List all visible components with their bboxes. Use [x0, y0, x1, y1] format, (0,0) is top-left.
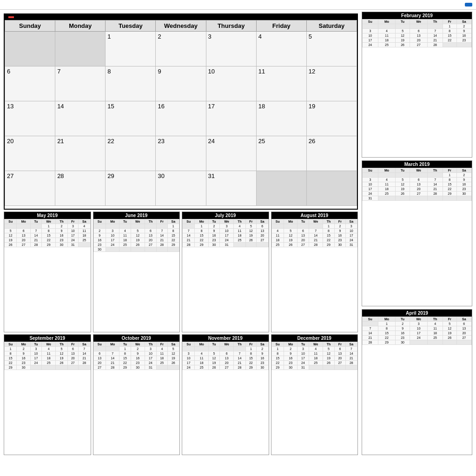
- small-calendar: May 2019SuMoTuWeThFrSa123456789101112131…: [4, 212, 91, 332]
- free-badge: [8, 16, 14, 18]
- january-days-header: Sunday Monday Tuesday Wednesday Thursday…: [5, 20, 357, 32]
- small-cal-day: 1: [119, 347, 131, 351]
- small-cal-day: 29: [195, 243, 209, 247]
- day-header-mon: Monday: [55, 20, 106, 32]
- right-cal-day-header: Fr: [443, 20, 456, 24]
- small-calendar: July 2019SuMoTuWeThFrSa12345678910111213…: [182, 212, 269, 332]
- small-calendar: August 2019SuMoTuWeThFrSa123456789101112…: [271, 212, 358, 332]
- right-cal-day: 29: [443, 192, 456, 196]
- small-cal-day: 11: [234, 229, 245, 233]
- right-cal-day: 26: [443, 336, 456, 340]
- small-cal-day: [167, 365, 179, 370]
- small-cal-day: [17, 224, 31, 229]
- small-cal-day: 13: [93, 356, 106, 361]
- small-cal-day: 20: [335, 356, 345, 361]
- small-cal-day-header: Fr: [245, 219, 256, 224]
- small-cal-day: 25: [195, 365, 209, 370]
- january-day-cell: 23: [156, 136, 206, 171]
- small-cal-day: 27: [298, 243, 309, 247]
- small-cal-day: [119, 247, 131, 252]
- small-cal-day: 1: [195, 224, 209, 229]
- small-cal-day: 27: [257, 238, 268, 243]
- right-cal-day: 24: [363, 192, 378, 196]
- small-cal-day: 24: [345, 238, 357, 243]
- right-cal-day: [443, 340, 456, 345]
- small-cal-day: 29: [119, 365, 131, 370]
- right-cal-day: 16: [456, 182, 471, 187]
- small-cal-day: 23: [284, 361, 298, 365]
- small-cal-day-header: Th: [323, 342, 334, 347]
- day-header-sat: Saturday: [306, 20, 357, 32]
- small-cal-day: 12: [245, 229, 256, 233]
- january-day-cell: 1: [106, 32, 156, 66]
- small-cal-day: 16: [131, 356, 145, 361]
- small-cal-day: 7: [234, 351, 245, 356]
- small-cal-day: 7: [157, 229, 167, 233]
- small-cal-day: 10: [106, 233, 119, 238]
- small-cal-day: 21: [79, 356, 90, 361]
- right-cal-day: 20: [456, 331, 471, 336]
- small-cals-row-2: September 2019SuMoTuWeThFrSa123456789101…: [4, 334, 358, 455]
- january-day-cell: 19: [306, 101, 357, 136]
- small-cal-day: 13: [220, 356, 234, 361]
- small-cal-day: 22: [119, 361, 131, 365]
- small-cal-day: 2: [93, 229, 106, 233]
- small-cal-day: 7: [106, 351, 119, 356]
- small-cal-day-header: Mo: [17, 342, 31, 347]
- right-cal-day: [428, 340, 443, 345]
- small-cal-day: 20: [298, 238, 309, 243]
- small-cal-day: 9: [208, 229, 219, 233]
- small-cal-day: 20: [67, 356, 78, 361]
- small-cal-day: 18: [309, 356, 323, 361]
- right-cal-day: 11: [378, 182, 396, 187]
- small-cal-day: 9: [56, 229, 67, 233]
- small-cal-day: [309, 365, 323, 370]
- small-cal-day: 22: [5, 361, 17, 365]
- small-cals-row-1: May 2019SuMoTuWeThFrSa123456789101112131…: [4, 212, 358, 332]
- small-cal-day: 11: [195, 356, 209, 361]
- small-cal-day: 29: [323, 243, 334, 247]
- small-cal-day-header: Th: [145, 219, 156, 224]
- small-cal-day: [157, 224, 167, 229]
- small-cal-header: August 2019: [271, 212, 358, 219]
- right-cal-day: [428, 173, 443, 178]
- right-cal-day-header: We: [410, 317, 428, 322]
- right-cal-grid: SuMoTuWeThFrSa12345678910111213141516171…: [362, 19, 472, 47]
- small-cal-day: 26: [245, 238, 256, 243]
- small-cal-day: 27: [335, 361, 345, 365]
- small-cal-day: 17: [106, 238, 119, 243]
- header: [0, 0, 476, 10]
- small-cal-day: 31: [67, 243, 78, 247]
- right-cal-day: [456, 340, 471, 345]
- right-cal-day: 2: [396, 322, 410, 326]
- small-cal-day: 21: [30, 238, 41, 243]
- small-cal-day: 22: [271, 361, 284, 365]
- small-cal-day: 5: [131, 229, 145, 233]
- right-cal-day: 8: [378, 326, 396, 331]
- small-cal-day: 7: [309, 229, 323, 233]
- small-cal-day: 25: [234, 238, 245, 243]
- right-cal-grid: SuMoTuWeThFrSa12345678910111213141516171…: [362, 168, 472, 201]
- small-cal-day: 14: [79, 351, 90, 356]
- small-cal-day: 12: [167, 351, 179, 356]
- small-cal-day: 14: [157, 233, 167, 238]
- small-cal-day-header: We: [220, 219, 234, 224]
- small-cal-day-header: Tu: [298, 219, 309, 224]
- right-cal-day: 2: [456, 173, 471, 178]
- small-cal-day-header: Su: [5, 342, 17, 347]
- small-cal-day: 2: [257, 347, 268, 351]
- right-cal-day: [443, 43, 456, 47]
- right-cal-day-header: Fr: [443, 317, 456, 322]
- day-header-wed: Wednesday: [156, 20, 206, 32]
- small-cal-day: [30, 365, 41, 370]
- january-day-cell: 21: [55, 136, 106, 171]
- january-day-cell: 20: [5, 136, 55, 171]
- small-calendar: November 2019SuMoTuWeThFrSa1234567891011…: [182, 334, 269, 455]
- small-cal-day: 17: [30, 356, 41, 361]
- small-cal-day: 5: [284, 229, 298, 233]
- right-cal-day: 14: [428, 182, 443, 187]
- right-cal-day: [410, 196, 428, 201]
- small-cal-day: 1: [42, 224, 56, 229]
- small-cal-day: 9: [17, 351, 31, 356]
- right-cal-day: [428, 196, 443, 201]
